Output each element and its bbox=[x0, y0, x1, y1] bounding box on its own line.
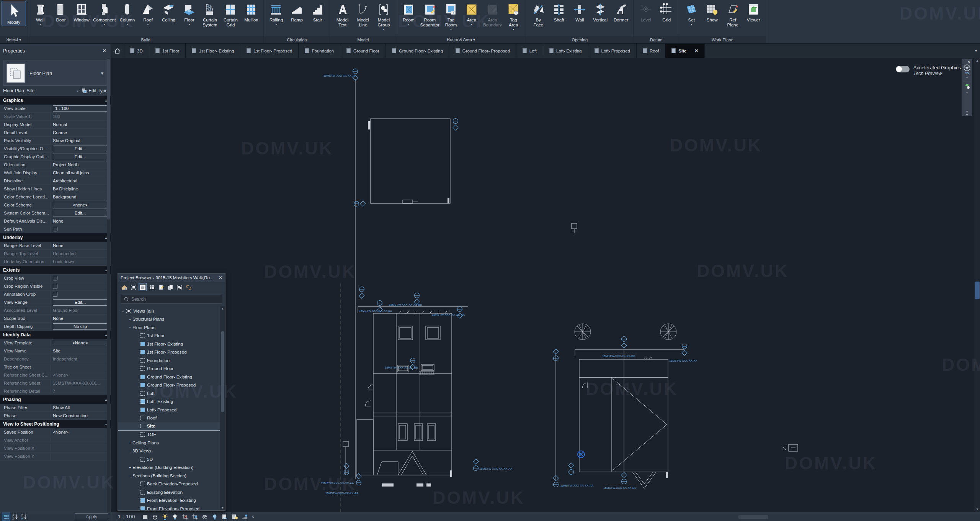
dropdown-caret-icon[interactable]: ▼ bbox=[39, 23, 42, 26]
ribbon-button-ramp[interactable]: Ramp bbox=[286, 1, 307, 23]
shadows-icon[interactable] bbox=[171, 513, 179, 521]
close-tab-icon[interactable]: ✕ bbox=[694, 48, 698, 54]
view-tab-loft-existing[interactable]: Loft- Existing bbox=[543, 44, 588, 58]
tree-item-ground-floor-existing[interactable]: Ground Floor- Existing bbox=[118, 373, 225, 381]
ribbon-button-room-separator[interactable]: RoomSeparator bbox=[419, 1, 441, 28]
checkbox-crop-view[interactable] bbox=[53, 276, 57, 280]
ribbon-button-model-text[interactable]: ModelText bbox=[332, 1, 353, 28]
ribbon-button-wall[interactable]: Wall▼ bbox=[30, 1, 51, 26]
view-tab-1st-floor-proposed[interactable]: 1st Floor- Proposed bbox=[240, 44, 299, 58]
ribbon-button-wall[interactable]: Wall bbox=[569, 1, 590, 23]
property-value[interactable]: Site bbox=[51, 347, 111, 355]
ribbon-button-dormer[interactable]: Dormer bbox=[611, 1, 631, 23]
view-scale-control[interactable]: 1 : 100 bbox=[118, 514, 135, 519]
checkbox-sun-path[interactable] bbox=[53, 227, 57, 231]
property-value[interactable]: Clean all wall joins bbox=[51, 169, 111, 177]
apply-button[interactable]: Apply bbox=[75, 513, 108, 520]
ribbon-button-ref-plane[interactable]: RefPlane bbox=[722, 1, 743, 28]
view-tab-ground-floor-existing[interactable]: Ground Floor- Existing bbox=[386, 44, 449, 58]
views-icon[interactable] bbox=[130, 283, 137, 291]
vertical-scroll-thumb[interactable] bbox=[975, 282, 980, 299]
tree-item-loft-existing[interactable]: Loft- Existing bbox=[118, 398, 225, 406]
ribbon-button-column[interactable]: Column▼ bbox=[117, 1, 137, 26]
schedule-icon[interactable] bbox=[148, 283, 155, 291]
property-value[interactable]: <None> bbox=[51, 371, 111, 379]
view-tab-loft-proposed[interactable]: Loft- Proposed bbox=[588, 44, 637, 58]
horizontal-scroll-thumb[interactable] bbox=[738, 515, 768, 519]
steering-wheel-icon[interactable] bbox=[963, 64, 971, 72]
properties-filter-icon[interactable] bbox=[2, 513, 10, 521]
property-value[interactable]: New Construction bbox=[51, 412, 111, 419]
property-value[interactable] bbox=[51, 452, 111, 460]
view-tab-1st-floor[interactable]: 1st Floor bbox=[149, 44, 186, 58]
property-value[interactable]: Show Original bbox=[51, 137, 111, 144]
property-value[interactable]: Show All bbox=[51, 404, 111, 411]
ribbon-button-floor[interactable]: Floor▼ bbox=[179, 1, 199, 26]
detail-level-icon[interactable] bbox=[141, 513, 149, 521]
property-input-view-scale[interactable]: 1 : 100 bbox=[53, 105, 108, 112]
ribbon-button-set[interactable]: Set▼ bbox=[681, 1, 702, 26]
sun-path-icon[interactable] bbox=[161, 513, 169, 521]
ribbon-button-tag-area[interactable]: 1TagArea▼ bbox=[503, 1, 524, 31]
property-value[interactable] bbox=[51, 436, 111, 444]
tree-item-back-elevation-proposed[interactable]: Back Elevation-Proposed bbox=[118, 480, 225, 488]
tree-item-views-all[interactable]: −Views (all) bbox=[118, 307, 225, 315]
ribbon-button-roof[interactable]: Roof▼ bbox=[137, 1, 158, 26]
ribbon-group-label[interactable]: Select ▾ bbox=[0, 36, 28, 43]
properties-section-phasing[interactable]: Phasing▲ bbox=[0, 395, 111, 404]
view-tab-ground-floor-proposed[interactable]: Ground Floor- Proposed bbox=[449, 44, 516, 58]
scroll-down-icon[interactable]: ▼ bbox=[974, 506, 980, 512]
crop-view-icon[interactable] bbox=[181, 513, 189, 521]
displacement-icon[interactable] bbox=[231, 513, 238, 521]
property-value[interactable]: Independent bbox=[51, 355, 111, 363]
tree-item-loft[interactable]: Loft bbox=[118, 389, 225, 398]
navbar-options-icon[interactable]: ▾ bbox=[966, 110, 968, 115]
properties-section-graphics[interactable]: Graphics▲ bbox=[0, 96, 111, 105]
dropdown-caret-icon[interactable]: ▼ bbox=[450, 28, 452, 31]
view-tab-loft[interactable]: Loft bbox=[516, 44, 543, 58]
sort-za-icon[interactable]: ZA bbox=[20, 513, 28, 521]
property-value[interactable]: Look down bbox=[51, 258, 111, 265]
families-icon[interactable] bbox=[167, 283, 174, 291]
horizontal-scrollbar[interactable] bbox=[258, 514, 976, 519]
ribbon-button-curtain-system[interactable]: CurtainSystem bbox=[199, 1, 220, 28]
collapse-icon[interactable]: − bbox=[127, 449, 132, 453]
ribbon-button-model-line[interactable]: ModelLine bbox=[353, 1, 373, 28]
view-tab-1st-floor-existing[interactable]: 1st Floor- Existing bbox=[186, 44, 240, 58]
properties-section-identity-data[interactable]: Identity Data▲ bbox=[0, 331, 111, 339]
drawing-area[interactable]: 15MSTW-XXX-XX-XX-AA 15MSTW-XXX-XX-XX-BB … bbox=[111, 58, 974, 512]
property-value[interactable]: Architectural bbox=[51, 177, 111, 185]
pan-zoom-icon[interactable] bbox=[964, 83, 970, 90]
chevron-down-icon[interactable]: ▼ bbox=[100, 71, 104, 75]
dropdown-caret-icon[interactable]: ▼ bbox=[512, 28, 515, 31]
tree-item-ground-floor-proposed[interactable]: Ground Floor- Proposed bbox=[118, 381, 225, 390]
edit-type-button[interactable]: Edit Type bbox=[82, 88, 108, 93]
view-tab-roof[interactable]: Roof bbox=[637, 44, 665, 58]
property-value[interactable]: None bbox=[51, 217, 111, 225]
tree-item-1st-floor[interactable]: 1st Floor bbox=[118, 332, 225, 340]
dropdown-caret-icon[interactable]: ▼ bbox=[147, 23, 149, 26]
ribbon-button-viewer[interactable]: Viewer bbox=[743, 1, 764, 23]
view-tab-ground-floor[interactable]: Ground Floor bbox=[340, 44, 386, 58]
property-value[interactable]: Background bbox=[51, 193, 111, 201]
property-value[interactable]: Normal bbox=[51, 121, 111, 128]
dropdown-caret-icon[interactable]: ▼ bbox=[690, 23, 693, 26]
ribbon-button-mullion[interactable]: Mullion bbox=[241, 1, 261, 23]
home-icon[interactable] bbox=[121, 283, 128, 291]
sort-az-icon[interactable]: AZ bbox=[11, 513, 19, 521]
ribbon-button-stair[interactable]: Stair bbox=[307, 1, 328, 23]
ribbon-button-area[interactable]: Area▼ bbox=[461, 1, 482, 26]
checkbox-crop-region-visible[interactable] bbox=[53, 284, 57, 288]
property-value[interactable]: 7 bbox=[51, 387, 111, 395]
property-value[interactable]: 15MSTW-XXX-XX-XX... bbox=[51, 379, 111, 387]
scroll-down-icon[interactable]: ▼ bbox=[220, 505, 225, 510]
project-browser-titlebar[interactable]: Project Browser - 0015-15 Mashiters Walk… bbox=[118, 274, 225, 282]
chevron-down-icon[interactable]: ▾ bbox=[966, 76, 968, 79]
tree-item-1st-floor-existing[interactable]: 1st Floor- Existing bbox=[118, 340, 225, 348]
visual-style-icon[interactable] bbox=[151, 513, 159, 521]
chevron-down-icon[interactable]: ⌄ bbox=[76, 89, 79, 93]
ribbon-button-ceiling[interactable]: Ceiling bbox=[158, 1, 179, 23]
collapse-icon[interactable]: − bbox=[127, 325, 132, 330]
ribbon-button-show[interactable]: Show bbox=[702, 1, 722, 23]
property-value[interactable]: Project North bbox=[51, 161, 111, 169]
